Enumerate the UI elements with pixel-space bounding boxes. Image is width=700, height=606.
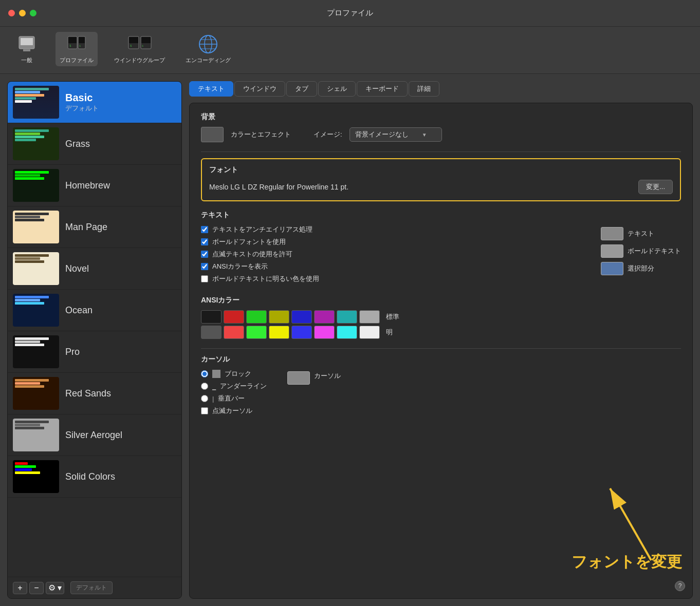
maximize-button[interactable] [30, 10, 36, 16]
sidebar-item-novel[interactable]: Novel [8, 248, 181, 290]
cursor-blink-checkbox[interactable] [201, 407, 208, 414]
selection-color-row: 選択部分 [601, 262, 681, 275]
bold-color-row: ボールドテキスト [601, 244, 681, 258]
cursor-bar-radio[interactable] [201, 395, 208, 402]
ansi-std-2[interactable] [246, 310, 267, 324]
annotation-arrow [569, 478, 682, 571]
cursor-blink-row: 点滅カーソル [201, 406, 267, 415]
window-title: プロファイル [327, 8, 373, 18]
ansi-brt-6[interactable] [337, 326, 357, 339]
svg-rect-13 [141, 37, 151, 43]
set-default-button[interactable]: デフォルト [70, 581, 113, 594]
underline-cursor-icon: _ [212, 383, 216, 390]
antialias-checkbox[interactable] [201, 226, 208, 233]
tab-shell[interactable]: シェル [318, 81, 356, 97]
ansi-brt-3[interactable] [269, 326, 289, 339]
profile-name-manpage: Man Page [65, 222, 107, 233]
ansi-brt-7[interactable] [359, 326, 380, 339]
help-button[interactable]: ? [675, 581, 685, 591]
cursor-block-label: ブロック [225, 369, 251, 378]
ansi-std-6[interactable] [337, 310, 357, 324]
ansi-brt-0[interactable] [201, 326, 222, 339]
bright-checkbox[interactable] [201, 275, 208, 282]
cursor-left: ブロック _ アンダーライン | 垂直バー [201, 369, 267, 419]
sidebar-item-redsands[interactable]: Red Sands [8, 373, 181, 414]
add-profile-button[interactable]: + [13, 582, 27, 594]
ansi-brt-2[interactable] [246, 326, 267, 339]
ansi-brt-4[interactable] [291, 326, 312, 339]
ansi-std-5[interactable] [314, 310, 335, 324]
text-color-label: テキスト [628, 229, 654, 238]
sidebar-item-ocean[interactable]: Ocean [8, 290, 181, 331]
profile-name-ocean: Ocean [65, 305, 93, 316]
cursor-block-radio[interactable] [201, 370, 208, 377]
toolbar-item-windowgroups[interactable]: $$ ウインドウグループ [110, 32, 169, 66]
checkbox-ansi: ANSIカラーを表示 [201, 262, 591, 271]
sidebar-item-grass[interactable]: Grass [8, 123, 181, 165]
toolbar-item-profiles[interactable]: $$ プロファイル [56, 32, 98, 66]
text-section: テキスト テキストをアンチエイリアス処理 ボールドフォントを使用 [201, 211, 681, 287]
font-name-display: Meslo LG L DZ Regular for Powerline 11 p… [209, 183, 631, 191]
ansi-std-1[interactable] [224, 310, 244, 324]
bold-color-label: ボールドテキスト [628, 247, 681, 256]
tab-text[interactable]: テキスト [189, 81, 233, 97]
checkbox-bright: ボールドテキストに明るい色を使用 [201, 274, 591, 283]
cursor-options: ブロック _ アンダーライン | 垂直バー [201, 369, 681, 419]
cursor-underline-label: アンダーライン [220, 382, 267, 391]
background-color-box[interactable] [201, 127, 224, 142]
ansi-label: ANSIカラーを表示 [212, 262, 268, 271]
titlebar: プロファイル [0, 0, 700, 27]
tab-tab[interactable]: タブ [286, 81, 317, 97]
change-font-button[interactable]: 変更... [638, 180, 673, 194]
sidebar-item-basic[interactable]: Basic デフォルト [8, 82, 181, 123]
ansi-std-3[interactable] [269, 310, 289, 324]
ansi-std-0[interactable] [201, 310, 222, 324]
blink-checkbox[interactable] [201, 251, 208, 258]
svg-text:$: $ [69, 44, 71, 47]
text-color-section: テキスト ボールドテキスト 選択部分 [601, 227, 681, 287]
profile-name-pro: Pro [65, 347, 80, 357]
tab-window[interactable]: ウインドウ [234, 81, 285, 97]
toolbar-item-encoding[interactable]: エンコーディング [181, 32, 235, 66]
toolbar-item-general[interactable]: 一般 [10, 32, 43, 66]
cursor-section: カーソル ブロック _ アンダーライン [201, 355, 681, 419]
gear-menu-button[interactable]: ⚙ ▾ [46, 582, 64, 594]
arrow-annotation: フォントを変更 [569, 478, 682, 573]
tab-advanced[interactable]: 詳細 [409, 81, 439, 97]
remove-profile-button[interactable]: − [29, 582, 44, 594]
bold-checkbox[interactable] [201, 238, 208, 245]
blink-label: 点滅テキストの使用を許可 [212, 250, 292, 259]
chevron-down-icon: ▼ [422, 132, 427, 138]
sidebar-item-silveraerogel[interactable]: Silver Aerogel [8, 414, 181, 456]
ansi-std-7[interactable] [359, 310, 380, 324]
text-color-swatch[interactable] [601, 227, 623, 240]
selection-color-swatch[interactable] [601, 262, 623, 275]
antialias-label: テキストをアンチエイリアス処理 [212, 225, 312, 234]
sidebar-item-homebrew[interactable]: Homebrew [8, 165, 181, 206]
block-cursor-icon [212, 370, 220, 378]
sidebar-item-info: Basic デフォルト [65, 92, 99, 113]
divider-1 [201, 152, 681, 152]
minimize-button[interactable] [19, 10, 26, 16]
ansi-brt-1[interactable] [224, 326, 244, 339]
tab-keyboard[interactable]: キーボード [357, 81, 408, 97]
checkbox-antialias: テキストをアンチエイリアス処理 [201, 225, 591, 234]
sidebar-item-solidcolors[interactable]: Solid Colors [8, 456, 181, 498]
ansi-std-4[interactable] [291, 310, 312, 324]
sidebar-item-pro[interactable]: Pro [8, 331, 181, 373]
ansi-checkbox[interactable] [201, 263, 208, 270]
bold-color-swatch[interactable] [601, 244, 623, 258]
cursor-bar-row: | 垂直バー [201, 394, 267, 403]
cursor-color-swatch[interactable] [287, 371, 310, 385]
sidebar: Basic デフォルト Grass [7, 81, 182, 599]
toolbar: 一般 $$ プロファイル $$ ウインドウグループ エンコーディング [0, 27, 700, 74]
background-image-select[interactable]: 背景イメージなし ▼ [349, 127, 442, 142]
thumbnail-silveraerogel [13, 419, 59, 451]
windowgroups-icon: $$ [127, 34, 152, 54]
checkbox-blink: 点滅テキストの使用を許可 [201, 250, 591, 259]
close-button[interactable] [8, 10, 15, 16]
ansi-brt-5[interactable] [314, 326, 335, 339]
ansi-section: ANSIカラー 標準 [201, 296, 681, 339]
sidebar-item-manpage[interactable]: Man Page [8, 206, 181, 248]
cursor-underline-radio[interactable] [201, 383, 208, 390]
